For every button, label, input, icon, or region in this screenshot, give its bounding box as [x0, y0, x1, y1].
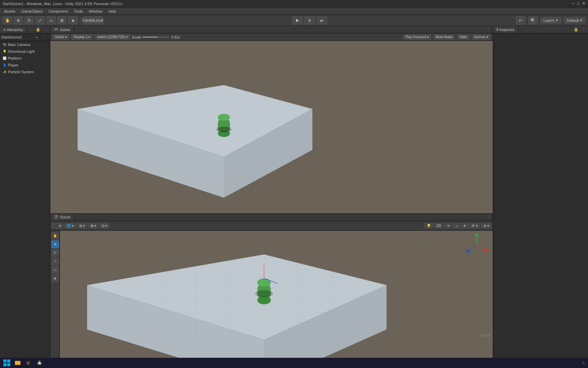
game-tab[interactable]: 🎮 Game: [50, 26, 74, 33]
svg-rect-44: [15, 362, 20, 365]
scene-scale-tool[interactable]: ⤢: [51, 258, 59, 265]
hierarchy-add-icon[interactable]: +: [34, 34, 40, 40]
search-btn[interactable]: 🔍: [528, 16, 538, 25]
scene-hand-tool[interactable]: ✋: [51, 232, 59, 240]
inspector-tab[interactable]: ℹ Inspector: [493, 26, 518, 33]
layers-label: Layers: [543, 18, 555, 22]
layout-dropdown[interactable]: Default ▾: [564, 17, 585, 24]
menu-bar: Assets GameObject Component Tools Window…: [0, 7, 588, 15]
scene-custom-tool[interactable]: ◈: [51, 275, 59, 282]
pivot-btn[interactable]: Center: [83, 16, 93, 25]
game-view: 🎮 Game ⋮ Game ▾ Display 1 ▾ switch: [50, 26, 493, 214]
undo-btn[interactable]: ↩: [516, 16, 525, 25]
menu-tools[interactable]: Tools: [71, 9, 86, 14]
inspector-lock-icon[interactable]: 🔒: [573, 27, 579, 33]
scene-2d-btn[interactable]: 2D: [434, 223, 443, 228]
scene-light-toggle-btn[interactable]: ☀: [444, 223, 452, 228]
inspector-more-icon[interactable]: ⋮: [581, 27, 587, 33]
gizmos-btn[interactable]: Gizmos ▾: [472, 34, 491, 40]
hierarchy-tab-label: ≡: [3, 28, 5, 32]
scale-slider[interactable]: [143, 36, 170, 38]
menu-gameobject[interactable]: GameObject: [19, 9, 45, 14]
scale-tool-btn[interactable]: ⤢: [35, 16, 45, 25]
scene-draw-mode-btn[interactable]: ⬛ ▾: [52, 223, 63, 228]
taskbar-unity-hub-icon[interactable]: U: [24, 359, 33, 367]
gizmos-chevron-icon: ▾: [487, 35, 488, 39]
game-toolbar: Game ▾ Display 1 ▾ switch (1280x720) ▾ S…: [50, 33, 493, 41]
hierarchy-tab[interactable]: ≡ Hierarchy: [0, 27, 27, 33]
scene-align-chevron-icon: ▾: [105, 224, 107, 228]
hierarchy-item-player[interactable]: 👤 Player: [0, 62, 50, 68]
scene-fx-btn[interactable]: ✦: [461, 223, 468, 228]
scene-overlay-btn[interactable]: ⊕ ▾: [481, 223, 491, 228]
hierarchy-more-icon[interactable]: ⋮: [43, 27, 49, 33]
hand-tool-btn[interactable]: ✋: [3, 16, 12, 25]
pause-button[interactable]: ⏸: [304, 16, 315, 25]
local-btn[interactable]: Local: [94, 16, 103, 25]
hierarchy-item-camera[interactable]: 📷 Main Camera: [0, 41, 50, 48]
svg-rect-39: [3, 359, 6, 363]
scene-hidden-btn[interactable]: 👁 ▾: [469, 223, 480, 228]
menu-window[interactable]: Window: [86, 9, 105, 14]
toolbar-right: ↩ 🔍 Layers ▾ Default ▾: [516, 16, 585, 25]
scene-canvas: Y X Z < Persp: [60, 231, 493, 358]
svg-text:U: U: [27, 361, 29, 365]
maximize-btn[interactable]: □: [577, 1, 579, 6]
custom-tool-btn[interactable]: ◈: [68, 16, 78, 25]
transform-tool-btn[interactable]: ⊞: [57, 16, 67, 25]
stats-btn[interactable]: Stats: [457, 34, 470, 40]
menu-assets[interactable]: Assets: [1, 9, 18, 14]
scene-gizmos-btn[interactable]: ⊞ ▾: [77, 223, 87, 228]
title-text: DarkScene2 - Windows, Mac, Linux - Unity…: [3, 2, 123, 6]
scene-rect-tool[interactable]: ▭: [51, 266, 59, 274]
hierarchy-lock-icon[interactable]: 🔒: [35, 27, 41, 33]
hierarchy-panel: ≡ Hierarchy 🔒 ⋮ DarkScene2 + ⋮ 📷 Main Ca…: [0, 26, 50, 358]
menu-component[interactable]: Component: [46, 9, 71, 14]
step-button[interactable]: ⏭: [316, 16, 327, 25]
scene-snap-btn[interactable]: ⊠ ▾: [88, 223, 98, 228]
inspector-header-icons: 🔒 ⋮: [573, 27, 588, 33]
scene-icon: 🎬: [54, 215, 59, 219]
scene-canvas-area: ✋ ⊕ ↻ ⤢ ▭ ◈: [50, 231, 493, 358]
play-focused-btn[interactable]: Play Focused ▾: [403, 34, 431, 40]
hierarchy-item-platform[interactable]: ⬜ Platform: [0, 55, 50, 62]
hierarchy-list: 📷 Main Camera 💡 Directional Light ⬜ Plat…: [0, 41, 50, 358]
scene-move-tool[interactable]: ⊕: [51, 241, 59, 248]
game-mode-dropdown[interactable]: Game ▾: [52, 34, 69, 40]
mute-audio-btn[interactable]: Mute Audio: [433, 34, 455, 40]
hierarchy-item-light[interactable]: 💡 Directional Light: [0, 48, 50, 55]
play-focused-chevron-icon: ▾: [427, 35, 429, 39]
platform-icon: ⬜: [3, 57, 6, 60]
taskbar-unity-editor-icon[interactable]: [35, 359, 44, 367]
scene-more-icon[interactable]: ⋮: [485, 214, 491, 220]
scene-tab[interactable]: 🎬 Scene: [50, 214, 74, 220]
toolbar-sep-1: [80, 17, 81, 24]
close-btn[interactable]: ✕: [582, 1, 585, 6]
taskbar-file-manager-icon[interactable]: [14, 359, 22, 367]
scene-toolbar: ⬛ ▾ 🌐 ▾ ⊞ ▾ ⊠ ▾ ⊟ ▾: [50, 221, 493, 231]
menu-help[interactable]: Help: [105, 9, 119, 14]
pivot-group: Center Local: [83, 16, 103, 25]
move-tool-btn[interactable]: ⊕: [14, 16, 23, 25]
game-more-icon[interactable]: ⋮: [485, 27, 491, 33]
scene-lights-btn[interactable]: 💡: [424, 223, 433, 228]
scene-rotate-tool[interactable]: ↻: [51, 249, 59, 257]
rect-tool-btn[interactable]: ▭: [46, 16, 56, 25]
mode-chevron-icon: ▾: [65, 35, 67, 39]
scene-audio-btn[interactable]: ♪: [453, 223, 460, 228]
scene-env-btn[interactable]: 🌐 ▾: [64, 223, 76, 228]
play-button[interactable]: ▶: [292, 16, 303, 25]
toolbar: ✋ ⊕ ↻ ⤢ ▭ ⊞ ◈ Center Local ▶ ⏸ ⏭ ↩ 🔍 Lay…: [0, 15, 588, 26]
hierarchy-item-particle[interactable]: ✨ Particle System: [0, 68, 50, 75]
layers-dropdown[interactable]: Layers ▾: [540, 17, 561, 24]
taskbar-notification-icon: ⚠: [582, 361, 585, 365]
taskbar-windows-icon[interactable]: [3, 359, 11, 367]
light-icon: 💡: [3, 50, 6, 53]
minimize-btn[interactable]: ─: [572, 1, 575, 6]
display-dropdown[interactable]: Display 1 ▾: [71, 34, 93, 40]
resolution-dropdown[interactable]: switch (1280x720) ▾: [95, 34, 130, 40]
scene-align-btn[interactable]: ⊟ ▾: [99, 223, 110, 228]
rotate-tool-btn[interactable]: ↻: [24, 16, 34, 25]
hierarchy-scene-row: DarkScene2 + ⋮: [0, 33, 50, 41]
hierarchy-options-icon[interactable]: ⋮: [41, 34, 47, 40]
